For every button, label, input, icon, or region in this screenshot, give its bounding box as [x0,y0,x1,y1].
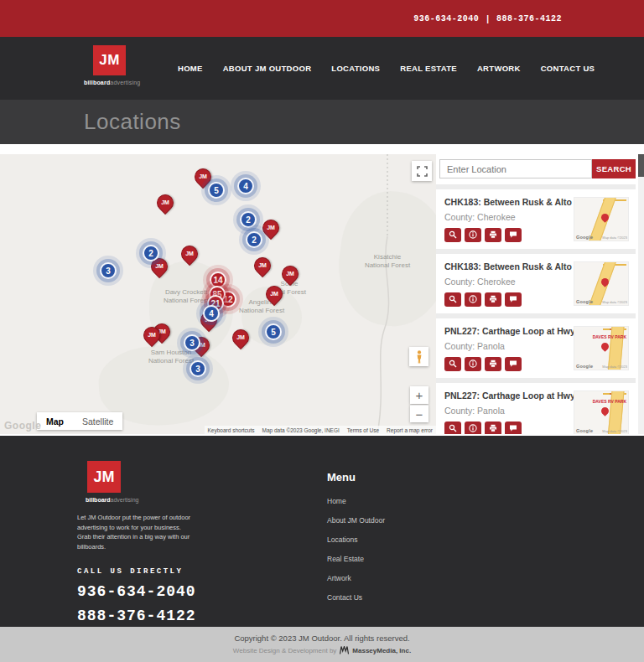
map-type-control: Map Satellite [37,412,122,430]
cluster-marker-blue[interactable]: 4 [237,178,254,194]
card-print-button[interactable] [485,292,501,307]
comment-icon [509,293,517,306]
footer-menu-item-artwork[interactable]: Artwork [327,574,385,582]
sidebar-scrollbar[interactable] [638,154,644,434]
location-map-thumbnail: GoogleMap data ©2023 [574,261,629,306]
topbar-phone-1[interactable]: 936-634-2040 [413,14,479,23]
cluster-marker-blue[interactable]: 3 [184,334,200,351]
footer-brand-column: JM billboardadvertising Let JM Outdoor p… [77,461,278,624]
map-area-label: Davy CrockettNational Forest [164,288,209,305]
location-card[interactable]: CHK183: Between Rusk & AltoCounty: Chero… [436,189,636,249]
locations-sidebar: SEARCH CHK183: Between Rusk & AltoCounty… [436,154,644,434]
footer-phone-1[interactable]: 936-634-2040 [77,583,278,600]
nav-item-locations[interactable]: LOCATIONS [331,64,380,73]
comment-icon [509,422,517,434]
thumbnail-google-logo: Google [576,428,593,433]
masseymedia-logo-icon [340,646,349,654]
credit-company-link[interactable]: MasseyMedia, Inc. [352,647,411,654]
card-search-button[interactable] [444,228,461,242]
main-header: JM billboardadvertising HOMEABOUT JM OUT… [0,37,644,100]
footer-menu-item-about-jm-outdoor[interactable]: About JM Outdoor [327,516,385,525]
card-print-button[interactable] [485,357,501,371]
cluster-marker-blue[interactable]: 3 [190,360,206,377]
card-comment-button[interactable] [505,357,522,371]
card-info-button[interactable] [465,292,481,307]
footer-menu-item-contact-us[interactable]: Contact Us [327,593,385,602]
footer-menu-item-locations[interactable]: Locations [327,535,385,544]
footer-menu-item-home[interactable]: Home [327,497,385,505]
location-card[interactable]: PNL227: Carthage Loop at Hwy 79 #1County… [436,318,636,378]
comment-icon [509,229,517,241]
google-logo: Google [4,420,41,432]
footer-blurb: Let JM Outdoor put the power of outdoor … [77,513,195,552]
location-map-thumbnail: DAVES RV PARKGoogleMap data ©2023 [574,326,629,370]
location-search-row: SEARCH [439,159,636,178]
cluster-marker-blue[interactable]: 2 [246,231,262,248]
cluster-marker-blue[interactable]: 4 [203,305,220,322]
street-view-pegman[interactable] [409,347,428,366]
card-comment-button[interactable] [505,292,522,307]
terms-of-use-link[interactable]: Terms of Use [347,427,379,433]
nav-item-real-estate[interactable]: REAL ESTATE [400,64,457,73]
search-icon [449,229,457,241]
fullscreen-button[interactable] [412,161,432,181]
cluster-marker-blue[interactable]: 5 [208,182,225,199]
footer-logo-initials: JM [93,468,114,486]
search-button[interactable]: SEARCH [592,159,636,178]
cluster-marker-blue[interactable]: 5 [265,323,282,340]
card-print-button[interactable] [485,422,501,434]
card-search-button[interactable] [444,292,461,307]
cluster-marker-blue[interactable]: 3 [100,262,117,279]
card-info-button[interactable] [465,422,481,434]
location-card[interactable]: PNL227: Carthage Loop at Hwy 79 #1County… [436,383,636,434]
keyboard-shortcuts-link[interactable]: Keyboard shortcuts [208,427,255,433]
location-map-thumbnail: GoogleMap data ©2023 [574,197,629,241]
footer-phone-2[interactable]: 888-376-4122 [77,608,278,624]
jm-logo-square: JM [93,45,126,75]
map-area-label: KisatchieNational Forest [365,253,410,270]
footer-menu-item-real-estate[interactable]: Real Estate [327,555,385,563]
nav-item-about-jm-outdoor[interactable]: ABOUT JM OUTDOOR [223,64,312,73]
jm-logo-initials: JM [99,52,120,69]
cluster-marker-blue[interactable]: 2 [240,211,257,228]
thumbnail-google-logo: Google [576,299,593,304]
info-icon [469,422,477,434]
footer-brand-caption: billboardadvertising [86,497,278,503]
location-search-input[interactable] [439,159,592,178]
thumbnail-map-data: Map data ©2023 [602,235,627,240]
report-map-error-link[interactable]: Report a map error [387,427,433,433]
jm-logo[interactable]: JM billboardadvertising [84,45,143,85]
thumbnail-google-logo: Google [576,235,593,240]
card-search-button[interactable] [444,422,461,434]
content: KisatchieNational ForestSomeonal ForestD… [0,144,644,436]
map-type-map-button[interactable]: Map [37,412,73,430]
thumbnail-map-data: Map data ©2023 [602,365,627,369]
card-search-button[interactable] [444,357,461,371]
nav-item-home[interactable]: HOME [178,64,203,73]
card-info-button[interactable] [465,228,481,242]
info-icon [469,229,477,241]
nav-item-artwork[interactable]: ARTWORK [477,64,521,73]
location-map-thumbnail: DAVES RV PARKGoogleMap data ©2023 [574,390,629,434]
nav-item-contact-us[interactable]: CONTACT US [541,64,595,73]
scrollbar-thumb[interactable] [638,154,644,177]
zoom-out-button[interactable]: − [410,405,428,422]
footer-jm-logo[interactable]: JM [87,461,121,493]
card-info-button[interactable] [465,357,481,371]
search-icon [449,293,457,306]
thumbnail-google-logo: Google [576,364,593,369]
page-title: Locations [84,109,181,135]
map-type-satellite-button[interactable]: Satellite [73,412,122,430]
zoom-in-button[interactable]: + [410,386,428,404]
card-comment-button[interactable] [505,422,522,434]
card-print-button[interactable] [485,228,501,242]
info-icon [469,293,477,306]
cluster-marker-blue[interactable]: 2 [143,245,159,261]
brand-bold: billboard [84,80,110,85]
card-comment-button[interactable] [505,228,522,242]
map-canvas[interactable]: KisatchieNational ForestSomeonal ForestD… [0,154,436,434]
topbar-phone-2[interactable]: 888-376-4122 [496,14,562,23]
location-card[interactable]: CHK183: Between Rusk & AltoCounty: Chero… [436,254,636,313]
main-nav: HOMEABOUT JM OUTDOORLOCATIONSREAL ESTATE… [178,37,595,100]
topbar: 936-634-2040 | 888-376-4122 [0,0,644,37]
